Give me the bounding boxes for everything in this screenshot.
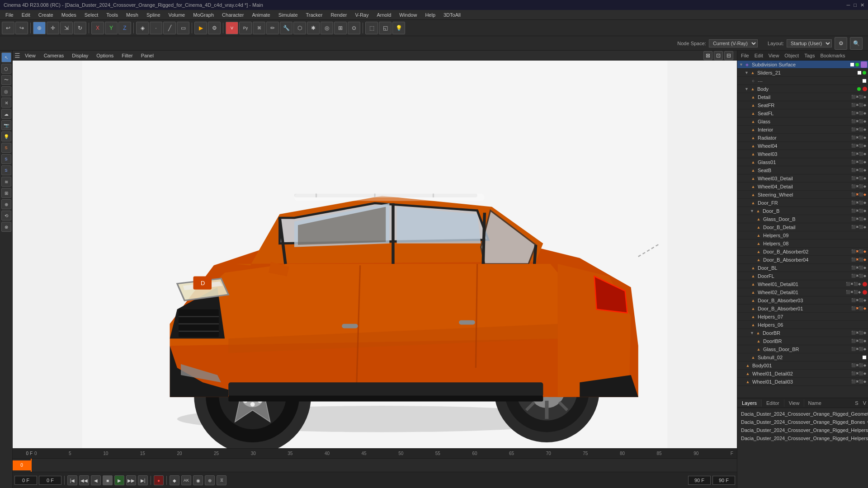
vray-icon[interactable]: V xyxy=(226,22,238,34)
object-row-subnull02[interactable]: ▲ Subnull_02 xyxy=(737,353,868,361)
tab-view[interactable]: View xyxy=(784,399,805,407)
goto-start-button[interactable]: |◀ xyxy=(67,475,77,485)
tool-misc3[interactable]: ⊗ xyxy=(1,222,11,232)
viewport-menu-icon[interactable]: ☰ xyxy=(14,52,20,59)
layer-row-geometry[interactable]: Dacia_Duster_2024_Crossover_Orange_Rigge… xyxy=(739,410,866,418)
menu-character[interactable]: Character xyxy=(218,11,247,19)
tool-icon-1[interactable]: ⌘ xyxy=(253,22,265,34)
stop-button[interactable]: ■ xyxy=(103,475,113,485)
viewport-filter-menu[interactable]: Filter xyxy=(118,52,136,59)
tool-icon-2[interactable]: ✏ xyxy=(266,22,279,34)
obj-edit-menu[interactable]: Edit xyxy=(753,53,765,58)
play-reverse-button[interactable]: ◀ xyxy=(91,475,101,485)
expand-icon-doorbr[interactable]: ▼ xyxy=(750,331,754,335)
tool-misc2[interactable]: ⟲ xyxy=(1,211,11,221)
search-icon[interactable]: 🔍 xyxy=(850,37,863,50)
object-row-detail[interactable]: ▲ Detail ⬛✖⬛◆ xyxy=(737,93,868,101)
menu-arnold[interactable]: Arnold xyxy=(373,11,395,19)
menu-spline[interactable]: Spline xyxy=(143,11,164,19)
edge-mode-button[interactable]: ╱ xyxy=(163,22,176,34)
record-button[interactable]: ● xyxy=(154,475,164,485)
menu-v-ray[interactable]: V-Ray xyxy=(351,11,372,19)
layer-row-bones[interactable]: Dacia_Duster_2024_Crossover_Orange_Rigge… xyxy=(739,418,866,426)
object-row-helpers06[interactable]: ▲ Helpers_06 xyxy=(737,321,868,329)
nodespace-select[interactable]: Current (V-Ray) xyxy=(709,39,758,47)
object-row-body001[interactable]: ▲ Body001 ⬛✖⬛◆ xyxy=(737,361,868,370)
layer-row-helpers[interactable]: Dacia_Duster_2024_Crossover_Orange_Rigge… xyxy=(739,426,866,434)
tool-icon-6[interactable]: ◎ xyxy=(321,22,333,34)
object-row-doorfr[interactable]: ▲ Door_FR ⬛✖⬛◆ xyxy=(737,199,868,207)
tool-cursor[interactable]: ↖ xyxy=(1,52,11,62)
viewport-display-menu[interactable]: Display xyxy=(68,52,92,59)
object-row-wheel03detail[interactable]: ▲ Wheel03_Detail ⬛✖⬛◆ xyxy=(737,174,868,183)
render-button[interactable]: ▶ xyxy=(194,22,207,34)
obj-object-menu[interactable]: Object xyxy=(783,53,801,58)
object-row-doorbdetail[interactable]: ▲ Door_B_Detail ⬛✖⬛◆ xyxy=(737,223,868,231)
tool-char3[interactable]: S xyxy=(1,165,11,175)
object-row-wheel02detail01[interactable]: ▲ Wheel02_Detail01 ⬛✖⬛◆ xyxy=(737,288,868,296)
object-row-glass01[interactable]: ▲ Glass01 ⬛✖⬛◆ xyxy=(737,158,868,166)
object-row-wheel01detail03[interactable]: ▲ Wheel01_Detail03 ⬛✖⬛◆ xyxy=(737,378,868,386)
start-frame-input[interactable] xyxy=(14,476,37,485)
settings-icon[interactable]: ⚙ xyxy=(835,37,847,50)
object-row-glassdoorb[interactable]: ▲ Glass_Door_B ⬛✖⬛◆ xyxy=(737,215,868,223)
menu-help[interactable]: Help xyxy=(421,11,439,19)
tool-spline[interactable]: 〜 xyxy=(1,75,11,85)
tool-grid[interactable]: ⊞ xyxy=(1,188,11,198)
y-axis-button[interactable]: Y xyxy=(105,22,118,34)
object-row-seatb[interactable]: ▲ SeatB ⬛✖⬛◆ xyxy=(737,166,868,174)
object-row-wheel03[interactable]: ▲ Wheel03 ⬛✖⬛◆ xyxy=(737,150,868,158)
py-icon[interactable]: Py xyxy=(239,22,252,34)
object-row-doorabsorber02[interactable]: ▲ Door_B_Absorber02 ⬛✖⬛◆ xyxy=(737,248,868,256)
object-row-doorabsorber04[interactable]: ▲ Door_B_Absorber04 ⬛✖⬛◆ xyxy=(737,256,868,264)
object-row-body[interactable]: ▼ ▲ Body xyxy=(737,85,868,93)
display-mode-button[interactable]: ◱ xyxy=(379,22,392,34)
object-row-wheel01detail02[interactable]: ▲ Wheel01_Detail02 ⬛✖⬛◆ xyxy=(737,370,868,378)
tool-light[interactable]: 💡 xyxy=(1,131,11,141)
obj-tags-menu[interactable]: Tags xyxy=(802,53,816,58)
timeline-bar[interactable]: 0 xyxy=(13,459,737,472)
tool-misc1[interactable]: ⊕ xyxy=(1,199,11,209)
object-row-sliders21[interactable]: ▼ ▲ Sliders_21 xyxy=(737,69,868,77)
viewport[interactable]: D xyxy=(13,61,737,448)
menu-tracker[interactable]: Tracker xyxy=(302,11,326,19)
tool-char[interactable]: S xyxy=(1,143,11,153)
tool-poly[interactable]: ⬡ xyxy=(1,64,11,74)
tool-icon-5[interactable]: ✱ xyxy=(307,22,320,34)
tab-editor[interactable]: Editor xyxy=(762,399,784,407)
rotate-tool-button[interactable]: ↻ xyxy=(74,22,86,34)
poly-mode-button[interactable]: ▭ xyxy=(177,22,189,34)
close-button[interactable]: ✕ xyxy=(860,2,864,8)
object-row-wheel01detail01[interactable]: ▲ Wheel01_Detail01 ⬛✖⬛◆ xyxy=(737,280,868,288)
expand-icon-doorb[interactable]: ▼ xyxy=(750,209,754,213)
layout-select[interactable]: Startup (User) xyxy=(787,39,832,47)
obj-file-menu[interactable]: File xyxy=(739,53,751,58)
timeline-misc-3[interactable]: ⧖ xyxy=(217,475,226,485)
tool-nurbs[interactable]: ◎ xyxy=(1,86,11,96)
expand-icon-sliders[interactable]: ▼ xyxy=(745,70,749,75)
timeline-misc-1[interactable]: ◉ xyxy=(193,475,203,485)
object-row-doorlbr[interactable]: ▲ DoorlBR ⬛✖⬛◆ xyxy=(737,337,868,345)
max-frame-input[interactable] xyxy=(712,476,735,485)
light-button[interactable]: 💡 xyxy=(392,22,405,34)
tool-icon-7[interactable]: ⊞ xyxy=(334,22,347,34)
menu-3dtoall[interactable]: 3DToAll xyxy=(440,11,464,19)
viewport-panel-menu[interactable]: Panel xyxy=(137,52,157,59)
object-row-wheel04detail[interactable]: ▲ Wheel04_Detail ⬛✖⬛◆ xyxy=(737,183,868,191)
minimize-button[interactable]: ─ xyxy=(847,2,850,8)
object-row-doorabsorber03[interactable]: ▲ Door_B_Absorber03 ⬛✖⬛◆ xyxy=(737,296,868,305)
tool-camera[interactable]: 📷 xyxy=(1,120,11,130)
tool-icon-4[interactable]: ⬡ xyxy=(293,22,306,34)
maximize-button[interactable]: □ xyxy=(854,2,857,8)
goto-end-button[interactable]: ▶| xyxy=(138,475,148,485)
object-row-doorabsorber01[interactable]: ▲ Door_B_Absorber01 ⬛✖⬛◆ xyxy=(737,305,868,313)
step-forward-button[interactable]: ▶▶ xyxy=(126,475,136,485)
vp-fit-sel-button[interactable]: ⊡ xyxy=(714,51,723,60)
tool-env[interactable]: ☁ xyxy=(1,109,11,119)
obj-view-menu[interactable]: View xyxy=(767,53,781,58)
obj-bookmarks-menu[interactable]: Bookmarks xyxy=(818,53,847,58)
redo-button[interactable]: ↪ xyxy=(15,22,28,34)
object-row-doorbl[interactable]: ▲ Door_BL ⬛✖⬛◆ xyxy=(737,264,868,272)
object-row-doorb[interactable]: ▼ ▲ Door_B ⬛✖⬛◆ xyxy=(737,207,868,215)
auto-key-button[interactable]: AK xyxy=(181,475,191,485)
